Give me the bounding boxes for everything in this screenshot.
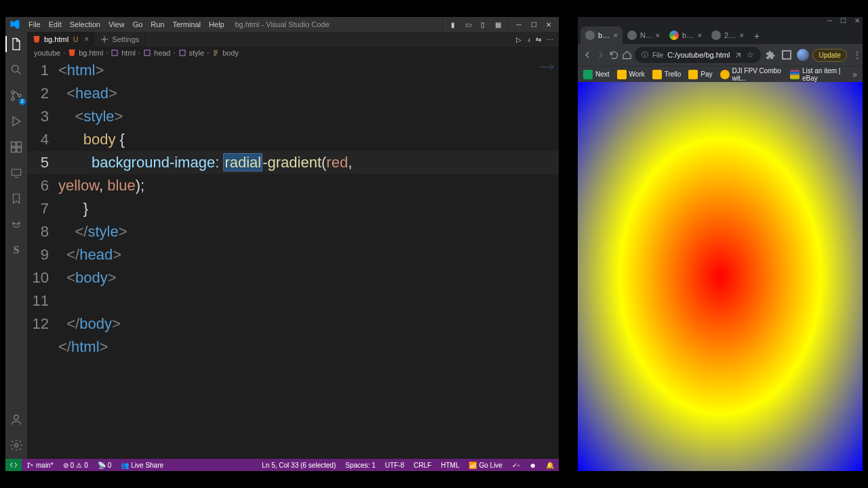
line-numbers: 1 2 3 4 5 6 7 8 9 10 11 12 xyxy=(27,59,58,459)
address-bar[interactable]: ⓘ File C:/youtube/bg.html ☆ xyxy=(635,47,761,63)
menu-edit[interactable]: Edit xyxy=(45,20,66,28)
bookmarks-bar: Next Work Trello Pay DJI FPV Combo wit..… xyxy=(578,66,863,82)
extensions-icon[interactable] xyxy=(8,139,24,155)
share-icon[interactable] xyxy=(734,51,743,60)
chrome-menu-icon[interactable]: ⋮ xyxy=(850,49,865,60)
browser-tab[interactable]: 2Qu × xyxy=(707,26,749,44)
tab-bg-html[interactable]: bg.html U × xyxy=(27,32,95,47)
breadcrumb-item[interactable]: head xyxy=(154,49,170,57)
close-tab-icon[interactable]: × xyxy=(614,31,618,39)
bookmark-item[interactable]: Trello xyxy=(652,70,682,79)
bookmark-star-icon[interactable]: ☆ xyxy=(747,50,754,60)
extensions-puzzle-icon[interactable] xyxy=(764,48,777,62)
svg-point-2 xyxy=(12,98,14,100)
language-mode[interactable]: HTML xyxy=(436,462,464,469)
menu-view[interactable]: View xyxy=(104,20,129,28)
problems[interactable]: ⊘0 ⚠0 xyxy=(58,462,93,469)
close-button[interactable]: ✕ xyxy=(541,18,556,30)
settings-gear-icon[interactable] xyxy=(8,437,24,453)
account-icon[interactable] xyxy=(8,411,24,428)
breadcrumb-item[interactable]: body xyxy=(222,49,239,57)
indentation[interactable]: Spaces: 1 xyxy=(340,462,380,469)
bookmark-icon[interactable] xyxy=(8,190,24,207)
profile-avatar[interactable] xyxy=(796,48,810,62)
forward-button[interactable] xyxy=(595,47,606,63)
menu-file[interactable]: File xyxy=(24,20,45,28)
chevron-right-icon: › xyxy=(63,49,65,56)
bookmarks-overflow-icon[interactable]: » xyxy=(852,70,857,79)
editor-area: bg.html U × Settings ▷ ⫞ ⇆ ⋯ xyxy=(27,32,559,459)
more-icon[interactable]: ⋯ xyxy=(547,36,553,43)
back-button[interactable] xyxy=(582,47,593,63)
source-control-icon[interactable]: 2 xyxy=(8,87,24,104)
bookmark-item[interactable]: Next xyxy=(583,70,610,79)
breadcrumb[interactable]: youtube › bg.html › html › head › style … xyxy=(27,47,559,59)
home-button[interactable] xyxy=(622,47,632,63)
bookmark-item[interactable]: DJI FPV Combo wit... xyxy=(720,67,783,82)
breadcrumb-item[interactable]: html xyxy=(121,49,136,57)
cursor-position[interactable]: Ln 5, Col 33 (6 selected) xyxy=(257,462,340,469)
breadcrumb-item[interactable]: bg.html xyxy=(79,49,103,57)
menu-selection[interactable]: Selection xyxy=(66,20,104,28)
close-tab-icon[interactable]: × xyxy=(698,31,702,39)
breadcrumb-item[interactable]: youtube xyxy=(34,49,60,57)
minimize-button[interactable]: ─ xyxy=(827,17,832,24)
git-branch[interactable]: main* xyxy=(22,462,58,469)
browser-tab[interactable]: bg.h × xyxy=(580,26,623,44)
minimize-button[interactable]: ─ xyxy=(511,18,526,30)
chevron-right-icon: › xyxy=(207,49,209,56)
search-icon[interactable] xyxy=(8,62,24,78)
docker-icon[interactable] xyxy=(8,216,24,232)
port[interactable]: 📡0 xyxy=(93,462,117,469)
diff-icon[interactable]: ⇆ xyxy=(536,36,541,43)
go-live[interactable]: 📶Go Live xyxy=(464,462,507,469)
split-icon[interactable]: ⫞ xyxy=(527,36,530,43)
menu-run[interactable]: Run xyxy=(146,20,168,28)
code-content[interactable]: <html> <head> <style> body { background-… xyxy=(58,59,559,459)
browser-tab[interactable]: New × xyxy=(623,26,665,44)
new-tab-button[interactable]: + xyxy=(749,28,765,44)
update-button[interactable]: Update xyxy=(812,49,846,62)
eol[interactable]: CRLF xyxy=(409,462,436,469)
run-icon[interactable]: ▷ xyxy=(516,36,521,43)
extension-icon[interactable] xyxy=(780,48,793,62)
close-tab-icon[interactable]: × xyxy=(84,35,89,44)
toggle-panel-right-icon[interactable]: ▯ xyxy=(475,18,490,30)
bookmark-item[interactable]: Work xyxy=(617,70,645,79)
code-editor[interactable]: 1 2 3 4 5 6 7 8 9 10 11 12 <html> <head> xyxy=(27,59,559,459)
favicon xyxy=(627,30,637,40)
explorer-icon[interactable] xyxy=(8,36,24,52)
live-share[interactable]: 👥Live Share xyxy=(116,462,168,469)
remote-icon[interactable] xyxy=(8,165,24,181)
svg-point-1 xyxy=(12,91,14,94)
favicon xyxy=(711,30,721,40)
tab-settings[interactable]: Settings xyxy=(95,32,145,47)
site-info-icon[interactable]: ⓘ xyxy=(642,50,648,60)
s-icon[interactable]: S xyxy=(8,242,24,258)
menu-help[interactable]: Help xyxy=(205,20,229,28)
vscode-titlebar: File Edit Selection View Go Run Terminal… xyxy=(5,17,559,32)
favicon xyxy=(585,30,595,40)
browser-tab[interactable]: back × xyxy=(665,26,707,44)
menu-terminal[interactable]: Terminal xyxy=(169,20,205,28)
prettier-icon[interactable]: ✓◦ xyxy=(507,462,525,469)
bookmark-item[interactable]: List an item | eBay xyxy=(790,67,845,82)
encoding[interactable]: UTF-8 xyxy=(380,462,409,469)
close-tab-icon[interactable]: × xyxy=(656,31,660,39)
toggle-panel-left-icon[interactable]: ▮ xyxy=(446,18,460,30)
close-tab-icon[interactable]: × xyxy=(740,31,744,39)
remote-indicator[interactable] xyxy=(5,459,22,471)
feedback-icon[interactable]: ☻ xyxy=(524,462,541,469)
close-button[interactable]: ✕ xyxy=(854,17,860,24)
toggle-panel-bottom-icon[interactable]: ▭ xyxy=(460,18,475,30)
run-debug-icon[interactable] xyxy=(8,113,24,129)
reload-button[interactable] xyxy=(609,47,619,63)
breadcrumb-item[interactable]: style xyxy=(189,49,205,57)
bell-icon[interactable]: 🔔 xyxy=(541,462,559,469)
maximize-button[interactable]: ☐ xyxy=(840,17,846,24)
maximize-button[interactable]: ☐ xyxy=(526,18,541,30)
menu-go[interactable]: Go xyxy=(129,20,147,28)
vscode-window: File Edit Selection View Go Run Terminal… xyxy=(5,17,559,471)
customize-layout-icon[interactable]: ▦ xyxy=(490,18,505,30)
bookmark-item[interactable]: Pay xyxy=(688,70,712,79)
